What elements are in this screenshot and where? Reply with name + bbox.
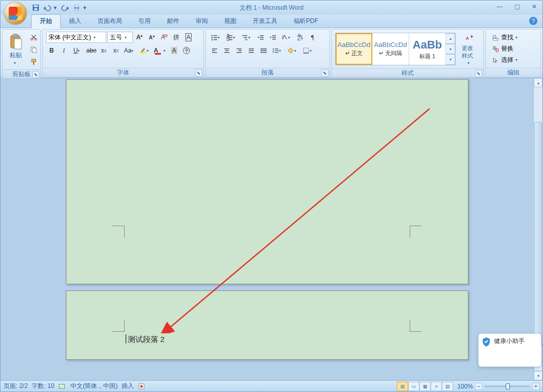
increase-indent-button[interactable] bbox=[267, 32, 278, 43]
font-launcher[interactable]: ⬊ bbox=[195, 69, 202, 77]
clipboard-launcher[interactable]: ⬊ bbox=[32, 71, 39, 78]
enclose-characters-button[interactable]: 字 bbox=[181, 45, 192, 56]
tab-foxit-pdf[interactable]: 福昕PDF bbox=[286, 15, 326, 28]
italic-button[interactable]: I bbox=[58, 45, 69, 56]
multilevel-list-button[interactable]: ▾ bbox=[240, 32, 254, 43]
redo-icon[interactable] bbox=[61, 3, 70, 12]
svg-rect-58 bbox=[275, 52, 278, 53]
svg-rect-43 bbox=[212, 52, 217, 53]
distributed-button[interactable] bbox=[258, 45, 269, 56]
scroll-track[interactable] bbox=[534, 87, 542, 344]
office-button[interactable] bbox=[4, 2, 27, 25]
paragraph-launcher[interactable]: ⬊ bbox=[321, 69, 328, 77]
undo-dropdown[interactable]: ▾ bbox=[54, 4, 59, 11]
tab-developer[interactable]: 开发工具 bbox=[245, 15, 286, 28]
view-outline[interactable]: ≡ bbox=[431, 382, 442, 391]
status-macro[interactable] bbox=[138, 383, 145, 390]
minimize-button[interactable]: — bbox=[494, 3, 505, 11]
view-web-layout[interactable]: ▦ bbox=[419, 382, 431, 391]
font-color-button[interactable]: A▾ bbox=[153, 45, 168, 56]
character-border-button[interactable]: A bbox=[183, 32, 194, 43]
maximize-button[interactable]: ▢ bbox=[512, 3, 522, 11]
quick-print-icon[interactable] bbox=[72, 3, 81, 12]
styles-launcher[interactable]: ⬊ bbox=[475, 70, 482, 77]
style-no-spacing[interactable]: AaBbCcDd ↵ 无间隔 bbox=[372, 33, 409, 65]
document-scroll[interactable]: 测试段落 2 bbox=[1, 78, 533, 380]
view-print-layout[interactable]: ▤ bbox=[397, 382, 408, 391]
shrink-font-button[interactable]: A▾ bbox=[146, 32, 157, 43]
zoom-slider[interactable] bbox=[484, 385, 530, 387]
help-button[interactable]: ? bbox=[529, 17, 537, 25]
page-2[interactable]: 测试段落 2 bbox=[66, 290, 468, 360]
line-spacing-button[interactable]: ▾ bbox=[270, 45, 285, 56]
cut-button[interactable] bbox=[28, 32, 39, 43]
decrease-indent-button[interactable] bbox=[255, 32, 266, 43]
status-language[interactable]: 中文(简体，中国) bbox=[70, 382, 117, 390]
bold-button[interactable]: B bbox=[46, 45, 57, 56]
font-size-combo[interactable]: 五号▾ bbox=[107, 32, 133, 43]
tab-review[interactable]: 审阅 bbox=[187, 15, 216, 28]
find-button[interactable]: 查找▾ bbox=[490, 33, 522, 43]
numbering-button[interactable]: 123▾ bbox=[224, 32, 239, 43]
character-shading-button[interactable]: A bbox=[169, 45, 180, 56]
clear-formatting-button[interactable]: A bbox=[158, 32, 170, 43]
style-normal[interactable]: AaBbCcDd ↵ 正文 bbox=[336, 33, 372, 65]
bullets-button[interactable]: ▾ bbox=[209, 32, 223, 43]
replace-button[interactable]: ab 替换 bbox=[490, 44, 522, 54]
underline-button[interactable]: U▾ bbox=[70, 45, 85, 56]
app-window: ▾ ▾ 文档 1 - Microsoft Word — ▢ ✕ 开始 插入 页面… bbox=[0, 0, 543, 392]
show-hide-marks-button[interactable]: ¶ bbox=[307, 32, 318, 43]
zoom-slider-knob[interactable] bbox=[506, 383, 510, 389]
svg-rect-36 bbox=[272, 35, 276, 36]
justify-button[interactable] bbox=[246, 45, 257, 56]
borders-button[interactable]: ▾ bbox=[301, 45, 315, 56]
style-scroll-down[interactable]: ▾ bbox=[446, 44, 455, 55]
highlight-button[interactable]: ▾ bbox=[138, 45, 152, 56]
page-1[interactable] bbox=[66, 79, 468, 284]
undo-icon[interactable] bbox=[42, 3, 52, 12]
view-draft[interactable]: ▤ bbox=[442, 382, 453, 391]
browse-object-next[interactable]: ▾ bbox=[534, 371, 542, 380]
phonetic-guide-button[interactable]: 拼 bbox=[171, 32, 182, 43]
strikethrough-button[interactable]: abe bbox=[86, 45, 97, 56]
style-scroll-up[interactable]: ▴ bbox=[446, 33, 455, 44]
status-page[interactable]: 页面: 2/2 bbox=[4, 382, 28, 390]
tab-home[interactable]: 开始 bbox=[31, 14, 61, 28]
zoom-in-button[interactable]: + bbox=[532, 383, 539, 390]
grow-font-button[interactable]: A▴ bbox=[134, 32, 145, 43]
tab-mailings[interactable]: 邮件 bbox=[159, 15, 187, 28]
scroll-thumb[interactable] bbox=[534, 122, 542, 347]
status-insert-mode[interactable]: 插入 bbox=[122, 382, 134, 390]
close-button[interactable]: ✕ bbox=[529, 3, 539, 11]
align-right-button[interactable] bbox=[233, 45, 245, 56]
align-center-button[interactable] bbox=[221, 45, 232, 56]
status-word-count[interactable]: 字数: 10 bbox=[32, 382, 54, 390]
style-heading-1[interactable]: AaBb 标题 1 bbox=[409, 33, 446, 65]
qat-customize-dropdown[interactable]: ▾ bbox=[83, 4, 88, 11]
tab-insert[interactable]: 插入 bbox=[61, 15, 89, 28]
health-assistant-popup[interactable]: 健康小助手 bbox=[478, 333, 541, 367]
select-button[interactable]: 选择▾ bbox=[490, 55, 522, 65]
save-icon[interactable] bbox=[31, 3, 40, 12]
tab-page-layout[interactable]: 页面布局 bbox=[89, 15, 130, 28]
shading-button[interactable]: ▾ bbox=[286, 45, 300, 56]
copy-button[interactable] bbox=[28, 44, 39, 55]
format-painter-button[interactable] bbox=[28, 56, 39, 67]
tab-references[interactable]: 引用 bbox=[130, 15, 159, 28]
change-styles-button[interactable]: A 更改样式 ▾ bbox=[459, 32, 480, 66]
subscript-button[interactable]: x2 bbox=[98, 45, 109, 56]
font-family-combo[interactable]: 宋体 (中文正文)▾ bbox=[46, 32, 106, 43]
sort-button[interactable]: AZ bbox=[295, 32, 306, 43]
scroll-up-button[interactable]: ▴ bbox=[534, 78, 542, 87]
zoom-out-button[interactable]: − bbox=[475, 383, 482, 390]
align-left-button[interactable] bbox=[209, 45, 220, 56]
status-proofing[interactable] bbox=[58, 383, 66, 390]
change-case-button[interactable]: Aa▾ bbox=[123, 45, 137, 56]
zoom-percent[interactable]: 100% bbox=[457, 383, 473, 390]
asian-layout-button[interactable]: ▾ bbox=[279, 32, 294, 43]
tab-view[interactable]: 视图 bbox=[216, 15, 245, 28]
paste-button[interactable]: 粘贴 ▾ bbox=[6, 32, 26, 67]
view-full-screen[interactable]: ▭ bbox=[408, 382, 419, 391]
superscript-button[interactable]: x2 bbox=[110, 45, 122, 56]
style-gallery-expand[interactable]: ▾ bbox=[446, 54, 455, 65]
